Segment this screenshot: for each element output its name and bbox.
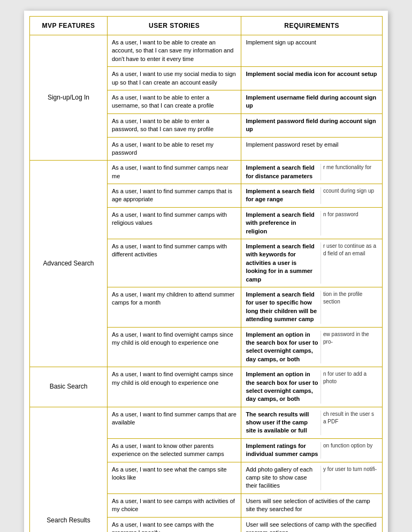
header-mvp: MVP FEATURES: [30, 17, 108, 35]
mvp-feature-search-results: Search Results: [30, 407, 108, 532]
requirement: Implement username field during account …: [241, 90, 383, 113]
user-story: As a user, I want to find summer camps n…: [107, 161, 241, 184]
user-story: As a user, I want to find summer camps w…: [107, 207, 241, 239]
header-stories: USER STORIES: [107, 17, 241, 35]
page-container: MVP FEATURES USER STORIES REQUIREMENTS S…: [24, 11, 388, 532]
requirement: Implement a search field for distance pa…: [241, 161, 383, 184]
requirement: Implement a search field for user to spe…: [241, 287, 383, 327]
user-story: As a user, I want to be able to reset my…: [107, 137, 241, 161]
user-story: As a user, I want to find summer camps t…: [107, 184, 241, 208]
requirement: Implement an option in the search box fo…: [241, 327, 383, 367]
requirement: User will see selections of camp with th…: [241, 517, 383, 532]
requirement: Implement sign up account: [241, 35, 383, 67]
requirement: Implement password field during account …: [241, 113, 383, 137]
header-requirements: REQUIREMENTS: [241, 17, 383, 35]
mvp-table: MVP FEATURES USER STORIES REQUIREMENTS S…: [29, 16, 383, 532]
user-story: As a user, I want to be able to create a…: [107, 35, 241, 67]
requirement: Implement a search field with preference…: [241, 207, 383, 239]
requirement: Implement ratings for individual summer …: [241, 438, 383, 462]
requirement: Implement password reset by email: [241, 137, 383, 161]
user-story: As a user, I want to see camps with acti…: [107, 493, 241, 517]
user-story: As a user, I want to find summer camps w…: [107, 239, 241, 287]
mvp-feature-sign-up/log-in: Sign-up/Log In: [30, 35, 108, 161]
user-story: As a user, I want to know other parents …: [107, 438, 241, 462]
user-story: As a user, I want to see camps with the …: [107, 517, 241, 532]
requirement: Implement an option in the search box fo…: [241, 367, 383, 407]
user-story: As a user, I want to find overnight camp…: [107, 367, 241, 407]
requirement: Implement a search field for age rangecc…: [241, 184, 383, 208]
user-story: As a user, I want to be able to enter a …: [107, 90, 241, 113]
requirement: Users will see selection of activities o…: [241, 493, 383, 517]
user-story: As a user, I want to be able to enter a …: [107, 113, 241, 137]
user-story: As a user, I want my children to attend …: [107, 287, 241, 327]
requirement: Implement social media icon for account …: [241, 67, 383, 90]
requirement: Implement a search field with keywords f…: [241, 239, 383, 287]
mvp-feature-advanced-search: Advanced Search: [30, 161, 108, 367]
mvp-feature-basic-search: Basic Search: [30, 367, 108, 407]
requirement: The search results will show user if the…: [241, 407, 383, 438]
user-story: As a user, I want to use my social media…: [107, 67, 241, 90]
requirement: Add photo gallery of each camp site to s…: [241, 462, 383, 493]
user-story: As a user, I want to see what the camps …: [107, 462, 241, 493]
user-story: As a user, I want to find overnight camp…: [107, 327, 241, 367]
user-story: As a user, I want to find summer camps t…: [107, 407, 241, 438]
